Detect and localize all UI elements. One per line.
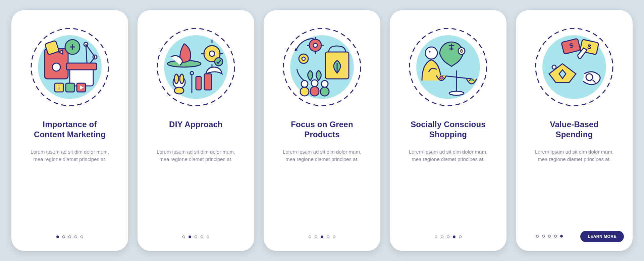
- dot-4[interactable]: [554, 235, 557, 238]
- svg-rect-50: [300, 87, 309, 96]
- svg-point-30: [174, 74, 178, 84]
- svg-point-21: [209, 51, 215, 56]
- dot-2[interactable]: [189, 236, 191, 238]
- svg-rect-52: [310, 87, 319, 96]
- dot-1[interactable]: [536, 235, 539, 238]
- svg-point-63: [449, 91, 464, 95]
- dot-3[interactable]: [321, 236, 323, 238]
- svg-point-51: [311, 80, 318, 87]
- dot-5[interactable]: [80, 236, 83, 238]
- svg-point-49: [301, 81, 308, 87]
- svg-text:i: i: [58, 85, 60, 91]
- learn-more-button[interactable]: LEARN MORE: [580, 231, 624, 242]
- dot-4[interactable]: [453, 236, 455, 238]
- svg-point-70: [552, 65, 556, 69]
- svg-rect-33: [196, 76, 201, 90]
- svg-point-57: [425, 47, 437, 59]
- svg-rect-54: [320, 87, 329, 96]
- illustration-green-products: [278, 23, 366, 111]
- dot-5[interactable]: [560, 235, 563, 238]
- dot-1[interactable]: [309, 236, 311, 238]
- dot-4[interactable]: [201, 236, 203, 238]
- dot-3[interactable]: [195, 236, 197, 238]
- screen-title: Focus on Green Products: [291, 119, 353, 140]
- svg-point-46: [302, 57, 305, 60]
- screen-title: Value-Based Spending: [550, 119, 599, 140]
- dot-1[interactable]: [56, 236, 59, 238]
- dot-5[interactable]: [207, 236, 209, 238]
- screen-body: Lorem ipsum ad sit dim dolor mum, mea re…: [531, 148, 618, 163]
- dot-3[interactable]: [447, 236, 449, 238]
- onboarding-screen-1: i Importance of Content Marketing Lorem …: [11, 10, 128, 251]
- pagination-dots: [264, 236, 380, 238]
- dot-2[interactable]: [542, 235, 545, 238]
- onboarding-screen-5: $ $ Value-Based Spending Lorem ipsum ad …: [516, 10, 633, 251]
- dot-5[interactable]: [333, 236, 335, 238]
- pagination-dots: [526, 235, 573, 238]
- svg-point-31: [180, 74, 184, 84]
- value-spending-icon: $ $: [531, 23, 618, 111]
- screen-title: Importance of Content Marketing: [34, 119, 106, 140]
- onboarding-screen-3: Focus on Green Products Lorem ipsum ad s…: [264, 10, 380, 251]
- screen-title: Socially Conscious Shopping: [411, 119, 486, 140]
- pagination-dots: [138, 236, 254, 238]
- dot-5[interactable]: [459, 236, 462, 238]
- green-products-icon: [278, 23, 366, 111]
- dot-3[interactable]: [68, 236, 71, 238]
- screen-body: Lorem ipsum ad sit dim dolor mum, mea re…: [26, 148, 113, 163]
- onboarding-screen-2: DIY Approach Lorem ipsum ad sit dim dolo…: [138, 10, 254, 251]
- pagination-dots: [11, 236, 128, 238]
- illustration-value-spending: $ $: [531, 23, 618, 111]
- svg-point-58: [429, 51, 431, 53]
- illustration-socially-conscious: [405, 23, 492, 111]
- dot-1[interactable]: [182, 236, 185, 238]
- pagination-dots: [390, 236, 506, 238]
- svg-rect-12: [66, 63, 97, 70]
- illustration-content-marketing: i: [26, 23, 113, 111]
- diy-icon: [152, 23, 239, 111]
- svg-point-40: [313, 43, 317, 47]
- svg-point-53: [321, 81, 328, 87]
- dot-2[interactable]: [62, 236, 65, 238]
- dot-3[interactable]: [548, 235, 551, 238]
- illustration-diy: [152, 23, 239, 111]
- dot-4[interactable]: [74, 236, 77, 238]
- screen-body: Lorem ipsum ad sit dim dolor mum, mea re…: [405, 148, 492, 163]
- dot-2[interactable]: [315, 236, 317, 238]
- svg-rect-34: [204, 74, 212, 90]
- svg-point-60: [460, 50, 463, 52]
- content-marketing-icon: i: [26, 23, 113, 111]
- dot-2[interactable]: [441, 236, 443, 238]
- onboarding-screen-4: Socially Conscious Shopping Lorem ipsum …: [390, 10, 506, 251]
- screen-title: DIY Approach: [169, 119, 223, 140]
- dot-4[interactable]: [327, 236, 329, 238]
- svg-point-32: [174, 87, 184, 94]
- screen-body: Lorem ipsum ad sit dim dolor mum, mea re…: [278, 148, 366, 163]
- dot-1[interactable]: [435, 236, 437, 238]
- screen-body: Lorem ipsum ad sit dim dolor mum, mea re…: [152, 148, 239, 163]
- svg-point-26: [215, 58, 223, 66]
- socially-conscious-icon: [405, 23, 492, 111]
- svg-rect-14: [66, 83, 74, 92]
